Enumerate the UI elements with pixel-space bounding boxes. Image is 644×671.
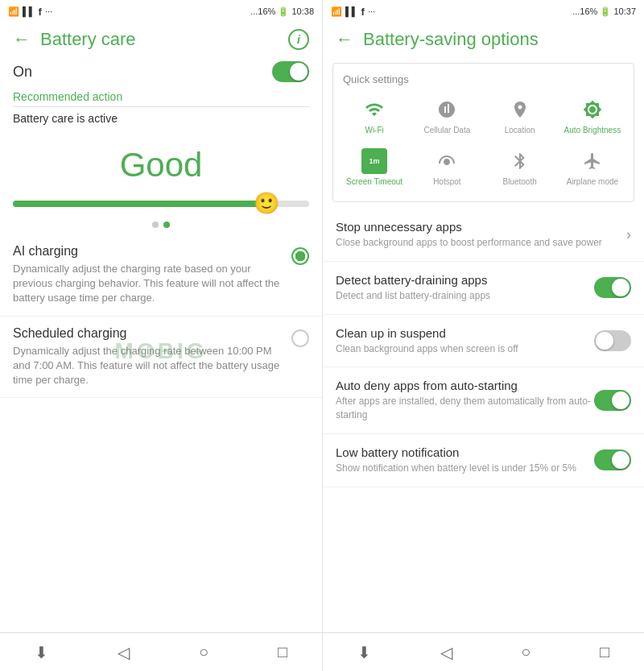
ai-charging-content: AI charging Dynamically adjust the charg… <box>13 244 283 306</box>
qs-brightness-icon <box>580 97 605 122</box>
qs-hotspot-label: Hotspot <box>433 177 460 187</box>
recommended-action-label: Recommended action <box>0 87 322 106</box>
status-icons-left: 📶 ▌▌ f ··· <box>8 6 52 18</box>
qs-screen-timeout-label: Screen Timeout <box>346 177 402 187</box>
r-battery-text: ...16% 🔋 10:37 <box>572 6 636 17</box>
slider-container: 🙂 <box>0 193 322 215</box>
ai-charging-radio[interactable] <box>291 247 309 265</box>
battery-text: ...16% 🔋 10:38 <box>250 6 314 17</box>
clean-suspend-desc: Clean background apps when screen is off <box>336 342 594 356</box>
stop-apps-item[interactable]: Stop unnecessary apps Close background a… <box>323 209 644 262</box>
qs-airplane-icon <box>580 148 605 174</box>
qs-airplane-label: Airplane mode <box>567 177 618 187</box>
detect-draining-knob <box>612 279 630 296</box>
r-extra-dots: ··· <box>368 6 375 16</box>
quick-settings-grid: Wi-Fi Cellular Data Location <box>333 92 634 195</box>
slider-track[interactable]: 🙂 <box>13 201 309 207</box>
stop-apps-chevron: › <box>626 226 631 243</box>
wifi-icon: 📶 <box>8 6 19 17</box>
status-icons-right: ...16% 🔋 10:38 <box>250 6 314 17</box>
auto-deny-content: Auto deny apps from auto-starting After … <box>336 379 594 422</box>
nav-home[interactable]: ○ <box>199 643 208 661</box>
ai-charging-row: AI charging Dynamically adjust the charg… <box>0 234 322 317</box>
detect-draining-toggle[interactable] <box>594 277 631 298</box>
clean-suspend-title: Clean up in suspend <box>336 326 594 340</box>
r-back-button[interactable]: ← <box>336 29 353 50</box>
auto-deny-knob <box>612 391 630 409</box>
detect-draining-content: Detect battery-draining apps Detect and … <box>336 273 594 303</box>
r-nav-back[interactable]: ◁ <box>440 643 452 662</box>
r-signal-icon: ▌▌ <box>345 6 358 16</box>
qs-bluetooth-label: Bluetooth <box>502 177 536 187</box>
qs-wifi[interactable]: Wi-Fi <box>340 92 409 140</box>
r-nav-home[interactable]: ○ <box>521 643 530 661</box>
right-panel: 📶 ▌▌ f ··· ...16% 🔋 10:37 ← Battery-savi… <box>322 0 644 671</box>
clean-suspend-knob <box>596 332 613 350</box>
smiley-icon: 🙂 <box>254 191 279 216</box>
status-message: Battery care is active <box>0 107 322 130</box>
qs-hotspot-icon <box>434 148 460 174</box>
facebook-icon: f <box>39 6 42 18</box>
status-bar-right: 📶 ▌▌ f ··· ...16% 🔋 10:37 <box>323 0 644 23</box>
left-panel: 📶 ▌▌ f ··· ...16% 🔋 10:38 ← Battery care… <box>0 0 322 671</box>
qs-wifi-icon <box>361 97 387 122</box>
qs-airplane[interactable]: Airplane mode <box>558 143 627 192</box>
signal-icon: ▌▌ <box>23 6 35 16</box>
qs-screen-timeout-icon: 1m <box>361 148 387 174</box>
detect-draining-desc: Detect and list battery-draining apps <box>336 289 594 303</box>
qs-cellular[interactable]: Cellular Data <box>412 92 481 140</box>
slider-fill: 🙂 <box>13 201 265 207</box>
left-header: ← Battery care i <box>0 23 322 56</box>
qs-location-icon <box>507 97 533 122</box>
info-button[interactable]: i <box>288 29 309 50</box>
low-battery-knob <box>612 451 630 469</box>
qs-bluetooth[interactable]: Bluetooth <box>485 143 555 192</box>
right-status-right: ...16% 🔋 10:37 <box>572 6 636 17</box>
bottom-nav-left: ⬇ ◁ ○ □ <box>0 632 322 671</box>
r-nav-download[interactable]: ⬇ <box>357 643 371 662</box>
quick-settings-label: Quick settings <box>333 70 634 92</box>
clean-suspend-content: Clean up in suspend Clean background app… <box>336 326 594 356</box>
low-battery-content: Low battery notification Show notificati… <box>336 445 594 475</box>
right-header: ← Battery-saving options <box>323 23 644 56</box>
extra-dots: ··· <box>45 6 52 16</box>
nav-back[interactable]: ◁ <box>118 643 130 662</box>
right-status-left: 📶 ▌▌ f ··· <box>331 6 375 18</box>
stop-apps-content: Stop unnecessary apps Close background a… <box>336 220 626 250</box>
dot-1 <box>152 222 159 228</box>
settings-list: Stop unnecessary apps Close background a… <box>323 209 644 632</box>
auto-deny-toggle[interactable] <box>594 390 631 411</box>
ai-charging-desc: Dynamically adjust the charging rate bas… <box>13 262 283 306</box>
qs-brightness[interactable]: Auto Brightness <box>558 92 627 140</box>
back-button[interactable]: ← <box>13 29 31 50</box>
quick-settings-section: Quick settings Wi-Fi Cellular Data <box>332 63 634 202</box>
r-page-title: Battery-saving options <box>363 29 539 50</box>
r-nav-recent[interactable]: □ <box>600 643 609 661</box>
detect-draining-item: Detect battery-draining apps Detect and … <box>323 262 644 315</box>
qs-wifi-label: Wi-Fi <box>365 126 383 135</box>
bottom-nav-right: ⬇ ◁ ○ □ <box>323 632 644 671</box>
low-battery-toggle[interactable] <box>594 449 631 470</box>
low-battery-item: Low battery notification Show notificati… <box>323 434 644 487</box>
qs-cellular-label: Cellular Data <box>423 126 470 135</box>
nav-download[interactable]: ⬇ <box>35 643 48 662</box>
dot-2 <box>163 222 170 228</box>
low-battery-desc: Show notification when battery level is … <box>336 462 594 475</box>
r-wifi-icon: 📶 <box>331 6 342 17</box>
page-dots <box>0 215 322 234</box>
qs-location-label: Location <box>505 126 535 135</box>
qs-screen-timeout[interactable]: 1m Screen Timeout <box>340 143 409 192</box>
qs-location[interactable]: Location <box>485 92 555 140</box>
qs-hotspot[interactable]: Hotspot <box>412 143 481 192</box>
toggle-knob <box>290 63 308 81</box>
clean-suspend-toggle[interactable] <box>594 330 631 351</box>
qs-cellular-icon <box>434 97 460 122</box>
nav-recent[interactable]: □ <box>278 643 287 661</box>
scheduled-charging-title: Scheduled charging <box>13 326 283 341</box>
status-bar-left: 📶 ▌▌ f ··· ...16% 🔋 10:38 <box>0 0 322 23</box>
on-toggle[interactable] <box>272 61 309 82</box>
qs-bluetooth-icon <box>507 148 533 174</box>
slider-dot-2 <box>191 207 196 212</box>
scheduled-charging-radio[interactable] <box>291 329 309 347</box>
r-facebook-icon: f <box>361 6 365 18</box>
